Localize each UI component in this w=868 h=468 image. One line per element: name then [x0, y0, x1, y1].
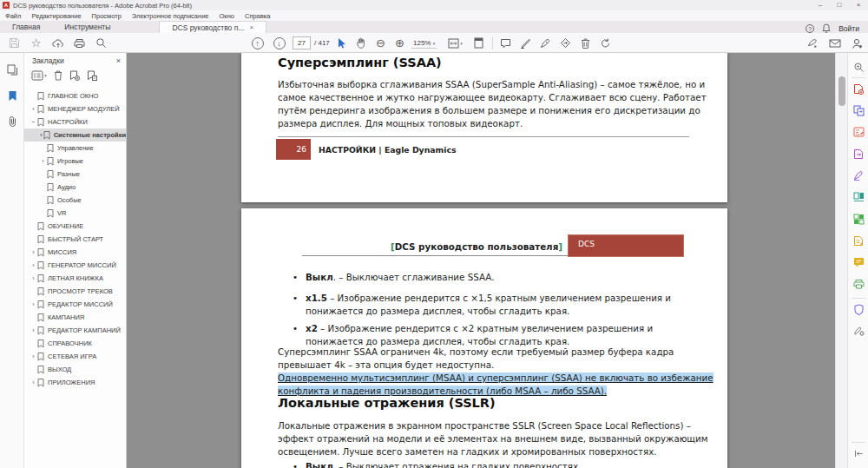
previous-page-button[interactable]: ↑ — [250, 36, 265, 50]
bookmark-item[interactable]: ВЫХОД — [24, 363, 126, 376]
bookmark-item[interactable]: КАМПАНИЯ — [24, 311, 126, 324]
page-number-input[interactable]: 27 — [293, 36, 311, 49]
chevron-collapsed-icon[interactable] — [30, 275, 37, 281]
protect-pdf-icon[interactable] — [852, 303, 865, 315]
expand-bookmark-icon[interactable] — [87, 69, 97, 84]
bookmark-item[interactable]: ГЕНЕРАТОР МИССИЙ — [24, 259, 126, 272]
menu-help[interactable]: Справка — [240, 12, 275, 20]
chevron-collapsed-icon[interactable] — [30, 327, 37, 333]
bookmark-item[interactable]: БЫСТРЫЙ СТАРТ — [24, 233, 126, 246]
bookmark-ribbon-icon — [37, 222, 44, 231]
bookmark-item[interactable]: Системные настройки — [24, 129, 126, 142]
save-icon[interactable] — [7, 36, 22, 50]
vertical-scrollbar[interactable] — [835, 53, 847, 468]
scan-ocr-icon[interactable] — [852, 278, 865, 290]
search-tool-icon[interactable] — [852, 61, 865, 73]
delete-bookmark-icon[interactable] — [54, 69, 62, 84]
tab-document[interactable]: DCS руководство п... × — [159, 21, 266, 33]
cloud-upload-icon[interactable] — [50, 36, 65, 50]
bookmark-item[interactable]: ЛЕТНАЯ КНИЖКА — [24, 272, 126, 285]
fit-width-icon[interactable]: ▾ — [448, 36, 463, 50]
chevron-collapsed-icon[interactable] — [30, 301, 37, 307]
scrollbar-thumb[interactable] — [838, 76, 845, 106]
bookmark-item[interactable]: Управление — [24, 142, 126, 155]
maximize-button[interactable]: □ — [830, 0, 849, 10]
select-cursor-icon[interactable] — [334, 36, 349, 50]
export-pdf-icon[interactable] — [852, 148, 865, 160]
next-page-button[interactable]: ↓ — [272, 36, 286, 50]
bookmark-item[interactable]: ОБУЧЕНИЕ — [24, 220, 126, 233]
new-bookmark-icon[interactable] — [69, 69, 80, 84]
tab-close-icon[interactable]: × — [249, 22, 253, 34]
bookmark-item[interactable]: ГЛАВНОЕ ОКНО — [24, 89, 126, 102]
sign-pen-icon[interactable] — [538, 36, 553, 50]
combine-files-icon[interactable] — [852, 104, 865, 116]
menu-esign[interactable]: Электронное подписание — [127, 12, 214, 20]
fit-page-icon[interactable] — [471, 36, 486, 50]
menu-file[interactable]: Файл — [0, 12, 26, 20]
star-favorite-icon[interactable]: ☆ — [29, 36, 43, 50]
bookmarks-close-icon[interactable]: × — [116, 56, 121, 65]
document-canvas[interactable]: Суперсэмплинг (SSAA) Избыточная выборка … — [127, 53, 835, 468]
chevron-collapsed-icon[interactable] — [30, 249, 37, 255]
prepare-form-icon[interactable] — [852, 234, 865, 247]
print-icon[interactable] — [72, 36, 87, 50]
highlighter-icon[interactable] — [518, 36, 533, 50]
comment-tool-icon[interactable] — [852, 256, 865, 268]
bookmark-ribbon-icon — [37, 353, 44, 361]
chevron-expanded-icon[interactable] — [30, 119, 37, 125]
fill-sign-icon[interactable] — [806, 36, 820, 50]
comment-bubble-icon[interactable] — [498, 36, 513, 50]
bookmarks-panel-icon[interactable] — [6, 89, 18, 102]
sign-in-button[interactable]: Войти — [838, 24, 859, 33]
menu-window[interactable]: Окно — [214, 12, 240, 20]
edit-pdf-icon[interactable] — [852, 126, 865, 138]
bookmark-item[interactable]: РЕДАКТОР КАМПАНИЙ — [24, 324, 126, 337]
bookmark-item[interactable]: ПРИЛОЖЕНИЯ — [24, 376, 126, 389]
chevron-collapsed-icon[interactable] — [30, 106, 37, 112]
tab-tools[interactable]: Инструменты — [52, 21, 122, 33]
minimize-button[interactable]: – — [811, 0, 830, 10]
bookmark-item[interactable]: ПРОСМОТР ТРЕКОВ — [24, 285, 126, 298]
bookmark-item[interactable]: Особые — [24, 194, 126, 207]
zoom-level-select[interactable]: 125% ▾ — [411, 39, 437, 49]
attachments-paperclip-icon[interactable] — [6, 115, 18, 128]
zoom-out-icon[interactable]: ⊖ — [373, 36, 388, 50]
bookmark-item[interactable]: Аудио — [24, 181, 126, 194]
menu-view[interactable]: Просмотр — [87, 12, 127, 20]
more-tools-icon[interactable] — [852, 325, 865, 337]
trash-icon[interactable] — [578, 36, 593, 50]
create-pdf-icon[interactable] — [852, 82, 865, 95]
chevron-collapsed-icon[interactable] — [39, 158, 47, 164]
menu-edit[interactable]: Редактирование — [26, 12, 86, 20]
bookmark-item[interactable]: СПРАВОЧНИК — [24, 337, 126, 350]
help-icon[interactable]: ? — [806, 24, 814, 33]
chevron-collapsed-icon[interactable] — [30, 353, 37, 359]
close-button[interactable]: × — [849, 0, 868, 10]
page-thumbnails-icon[interactable] — [6, 63, 18, 76]
zoom-in-icon[interactable]: ⊕ — [392, 36, 407, 50]
rotate-icon[interactable] — [598, 36, 613, 50]
collapse-panel-icon[interactable] — [852, 447, 865, 459]
bookmark-item[interactable]: СЕТЕВАЯ ИГРА — [24, 350, 126, 363]
search-icon[interactable] — [94, 36, 108, 50]
bookmark-item[interactable]: Разные — [24, 168, 126, 181]
email-icon[interactable] — [827, 36, 842, 50]
chevron-collapsed-icon[interactable] — [30, 262, 37, 268]
bookmark-item[interactable]: Игровые — [24, 155, 126, 168]
notifications-bell-icon[interactable] — [822, 23, 831, 33]
share-person-icon[interactable] — [849, 36, 864, 50]
bookmark-item[interactable]: МЕНЕДЖЕР МОДУЛЕЙ — [24, 102, 126, 115]
bookmark-item[interactable]: РЕДАКТОР МИССИЙ — [24, 298, 126, 311]
organize-pages-icon[interactable] — [852, 191, 865, 203]
tab-home[interactable]: Главная — [0, 21, 52, 33]
send-for-signature-icon[interactable] — [558, 36, 573, 50]
bookmark-item[interactable]: VR — [24, 207, 126, 220]
hand-pan-icon[interactable] — [353, 36, 368, 50]
fill-and-sign-icon[interactable] — [852, 169, 865, 181]
chevron-collapsed-icon[interactable] — [30, 379, 37, 386]
bookmark-item[interactable]: НАСТРОЙКИ — [24, 115, 126, 129]
bookmark-item[interactable]: МИССИЯ — [24, 246, 126, 259]
compress-pdf-icon[interactable] — [852, 213, 865, 225]
bookmark-options-icon[interactable] — [31, 69, 47, 84]
